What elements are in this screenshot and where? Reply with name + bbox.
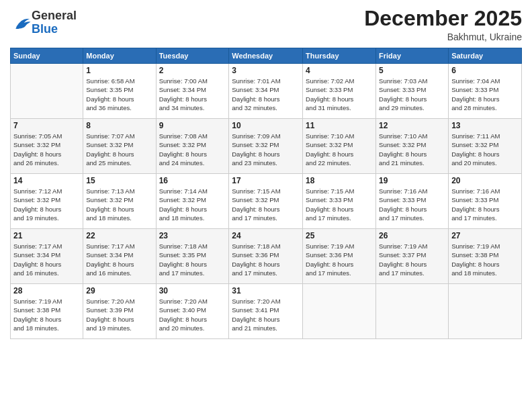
logo: General Blue	[10, 9, 77, 36]
day-number: 9	[159, 121, 226, 130]
day-number: 24	[232, 231, 300, 240]
day-info: Sunrise: 7:02 AM Sunset: 3:33 PM Dayligh…	[306, 77, 373, 112]
calendar-cell: 17Sunrise: 7:15 AM Sunset: 3:32 PM Dayli…	[229, 174, 303, 229]
title-area: December 2025 Bakhmut, Ukraine	[364, 7, 522, 42]
day-info: Sunrise: 7:14 AM Sunset: 3:32 PM Dayligh…	[159, 187, 226, 222]
day-info: Sunrise: 7:01 AM Sunset: 3:34 PM Dayligh…	[232, 77, 300, 112]
calendar-cell: 22Sunrise: 7:17 AM Sunset: 3:34 PM Dayli…	[83, 229, 156, 284]
calendar-cell: 16Sunrise: 7:14 AM Sunset: 3:32 PM Dayli…	[156, 174, 229, 229]
calendar-cell: 6Sunrise: 7:04 AM Sunset: 3:33 PM Daylig…	[449, 64, 522, 119]
calendar-cell: 3Sunrise: 7:01 AM Sunset: 3:34 PM Daylig…	[229, 64, 303, 119]
calendar-cell: 19Sunrise: 7:16 AM Sunset: 3:33 PM Dayli…	[376, 174, 449, 229]
day-number: 4	[306, 66, 373, 75]
day-number: 19	[379, 176, 445, 185]
weekday-header: Monday	[83, 48, 156, 64]
day-info: Sunrise: 7:10 AM Sunset: 3:32 PM Dayligh…	[306, 132, 373, 167]
day-number: 14	[13, 176, 80, 185]
day-info: Sunrise: 7:20 AM Sunset: 3:41 PM Dayligh…	[232, 297, 300, 332]
day-number: 28	[13, 286, 80, 295]
day-info: Sunrise: 7:00 AM Sunset: 3:34 PM Dayligh…	[159, 77, 226, 112]
day-info: Sunrise: 7:20 AM Sunset: 3:40 PM Dayligh…	[159, 297, 226, 332]
day-info: Sunrise: 7:17 AM Sunset: 3:34 PM Dayligh…	[86, 242, 152, 277]
day-info: Sunrise: 7:19 AM Sunset: 3:36 PM Dayligh…	[306, 242, 373, 277]
calendar-cell: 26Sunrise: 7:19 AM Sunset: 3:37 PM Dayli…	[376, 229, 449, 284]
day-number: 15	[86, 176, 152, 185]
logo-blue-text: Blue	[32, 23, 77, 36]
day-info: Sunrise: 7:15 AM Sunset: 3:33 PM Dayligh…	[306, 187, 373, 222]
day-number: 18	[306, 176, 373, 185]
day-info: Sunrise: 7:19 AM Sunset: 3:38 PM Dayligh…	[451, 242, 519, 277]
page: General Blue December 2025 Bakhmut, Ukra…	[0, 0, 532, 411]
day-number: 22	[86, 231, 152, 240]
day-number: 7	[13, 121, 80, 130]
day-number: 10	[232, 121, 300, 130]
calendar-body: 1Sunrise: 6:58 AM Sunset: 3:35 PM Daylig…	[11, 64, 522, 339]
calendar-header: SundayMondayTuesdayWednesdayThursdayFrid…	[11, 48, 522, 64]
day-number: 27	[451, 231, 519, 240]
calendar-cell: 1Sunrise: 6:58 AM Sunset: 3:35 PM Daylig…	[83, 64, 156, 119]
calendar-cell: 11Sunrise: 7:10 AM Sunset: 3:32 PM Dayli…	[303, 119, 376, 174]
calendar-cell: 4Sunrise: 7:02 AM Sunset: 3:33 PM Daylig…	[303, 64, 376, 119]
day-number: 31	[232, 286, 300, 295]
day-number: 2	[159, 66, 226, 75]
day-number: 21	[13, 231, 80, 240]
calendar-cell: 24Sunrise: 7:18 AM Sunset: 3:36 PM Dayli…	[229, 229, 303, 284]
day-number: 8	[86, 121, 152, 130]
calendar-cell: 27Sunrise: 7:19 AM Sunset: 3:38 PM Dayli…	[449, 229, 522, 284]
logo-icon	[13, 13, 32, 32]
calendar: SundayMondayTuesdayWednesdayThursdayFrid…	[10, 48, 522, 339]
calendar-cell: 31Sunrise: 7:20 AM Sunset: 3:41 PM Dayli…	[229, 284, 303, 339]
day-number: 12	[379, 121, 445, 130]
day-info: Sunrise: 7:18 AM Sunset: 3:36 PM Dayligh…	[232, 242, 300, 277]
day-info: Sunrise: 6:58 AM Sunset: 3:35 PM Dayligh…	[86, 77, 152, 112]
calendar-cell: 18Sunrise: 7:15 AM Sunset: 3:33 PM Dayli…	[303, 174, 376, 229]
calendar-cell: 30Sunrise: 7:20 AM Sunset: 3:40 PM Dayli…	[156, 284, 229, 339]
calendar-cell: 15Sunrise: 7:13 AM Sunset: 3:32 PM Dayli…	[83, 174, 156, 229]
day-info: Sunrise: 7:19 AM Sunset: 3:37 PM Dayligh…	[379, 242, 445, 277]
day-number: 23	[159, 231, 226, 240]
calendar-cell: 10Sunrise: 7:09 AM Sunset: 3:32 PM Dayli…	[229, 119, 303, 174]
day-number: 6	[451, 66, 519, 75]
day-info: Sunrise: 7:12 AM Sunset: 3:32 PM Dayligh…	[13, 187, 80, 222]
calendar-cell: 5Sunrise: 7:03 AM Sunset: 3:33 PM Daylig…	[376, 64, 449, 119]
calendar-cell: 2Sunrise: 7:00 AM Sunset: 3:34 PM Daylig…	[156, 64, 229, 119]
day-info: Sunrise: 7:11 AM Sunset: 3:32 PM Dayligh…	[451, 132, 519, 167]
day-info: Sunrise: 7:18 AM Sunset: 3:35 PM Dayligh…	[159, 242, 226, 277]
day-info: Sunrise: 7:04 AM Sunset: 3:33 PM Dayligh…	[451, 77, 519, 112]
day-info: Sunrise: 7:15 AM Sunset: 3:32 PM Dayligh…	[232, 187, 300, 222]
day-number: 29	[86, 286, 152, 295]
day-number: 5	[379, 66, 445, 75]
day-info: Sunrise: 7:19 AM Sunset: 3:38 PM Dayligh…	[13, 297, 80, 332]
day-number: 30	[159, 286, 226, 295]
day-number: 1	[86, 66, 152, 75]
day-number: 16	[159, 176, 226, 185]
calendar-cell: 25Sunrise: 7:19 AM Sunset: 3:36 PM Dayli…	[303, 229, 376, 284]
weekday-header: Tuesday	[156, 48, 229, 64]
calendar-cell: 23Sunrise: 7:18 AM Sunset: 3:35 PM Dayli…	[156, 229, 229, 284]
weekday-header: Thursday	[303, 48, 376, 64]
header: General Blue December 2025 Bakhmut, Ukra…	[10, 7, 522, 42]
day-info: Sunrise: 7:16 AM Sunset: 3:33 PM Dayligh…	[379, 187, 445, 222]
calendar-week-row: 1Sunrise: 6:58 AM Sunset: 3:35 PM Daylig…	[11, 64, 522, 119]
weekday-header: Sunday	[11, 48, 83, 64]
day-info: Sunrise: 7:13 AM Sunset: 3:32 PM Dayligh…	[86, 187, 152, 222]
day-info: Sunrise: 7:17 AM Sunset: 3:34 PM Dayligh…	[13, 242, 80, 277]
calendar-week-row: 28Sunrise: 7:19 AM Sunset: 3:38 PM Dayli…	[11, 284, 522, 339]
calendar-week-row: 7Sunrise: 7:05 AM Sunset: 3:32 PM Daylig…	[11, 119, 522, 174]
day-number: 3	[232, 66, 300, 75]
calendar-cell: 14Sunrise: 7:12 AM Sunset: 3:32 PM Dayli…	[11, 174, 83, 229]
day-info: Sunrise: 7:07 AM Sunset: 3:32 PM Dayligh…	[86, 132, 152, 167]
day-number: 11	[306, 121, 373, 130]
day-number: 20	[451, 176, 519, 185]
logo-general-text: General	[32, 9, 77, 23]
calendar-cell: 12Sunrise: 7:10 AM Sunset: 3:32 PM Dayli…	[376, 119, 449, 174]
location: Bakhmut, Ukraine	[364, 32, 522, 42]
day-info: Sunrise: 7:09 AM Sunset: 3:32 PM Dayligh…	[232, 132, 300, 167]
calendar-cell: 8Sunrise: 7:07 AM Sunset: 3:32 PM Daylig…	[83, 119, 156, 174]
calendar-week-row: 14Sunrise: 7:12 AM Sunset: 3:32 PM Dayli…	[11, 174, 522, 229]
day-info: Sunrise: 7:20 AM Sunset: 3:39 PM Dayligh…	[86, 297, 152, 332]
month-title: December 2025	[364, 7, 522, 30]
weekday-header: Saturday	[449, 48, 522, 64]
day-number: 25	[306, 231, 373, 240]
calendar-cell: 28Sunrise: 7:19 AM Sunset: 3:38 PM Dayli…	[11, 284, 83, 339]
